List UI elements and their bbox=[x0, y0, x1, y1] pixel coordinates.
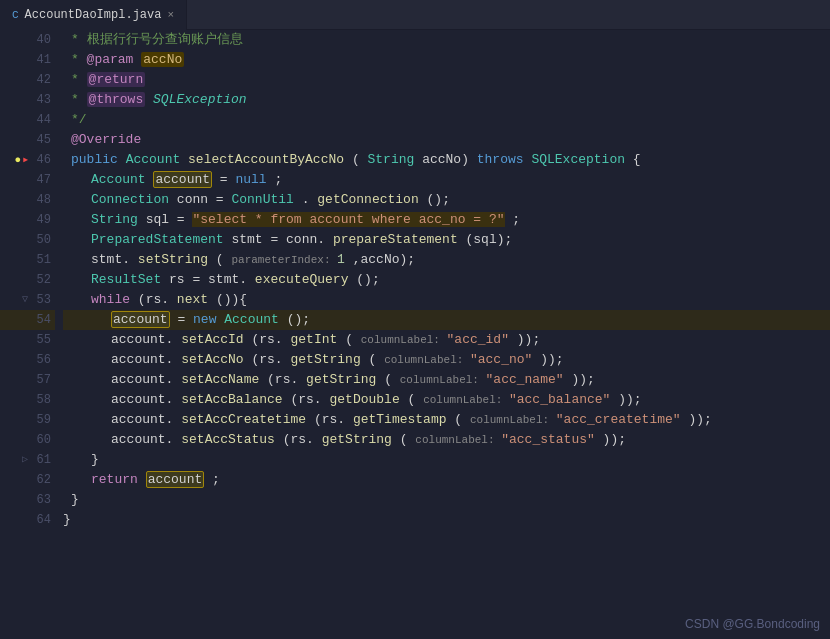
gutter-41: 41 bbox=[0, 50, 55, 70]
gutter-column: 40 41 42 43 44 45 ● ▶ 46 47 bbox=[0, 30, 55, 639]
gutter-45: 45 bbox=[0, 130, 55, 150]
code-line-58: account. setAccBalance (rs. getDouble ( … bbox=[63, 390, 830, 410]
gutter-57: 57 bbox=[0, 370, 55, 390]
gutter-61: ▷ 61 bbox=[0, 450, 55, 470]
code-line-55: account. setAccId (rs. getInt ( columnLa… bbox=[63, 330, 830, 350]
gutter-50: 50 bbox=[0, 230, 55, 250]
gutter-64: 64 bbox=[0, 510, 55, 530]
code-line-61: } bbox=[63, 450, 830, 470]
gutter-60: 60 bbox=[0, 430, 55, 450]
code-line-52: ResultSet rs = stmt. executeQuery (); bbox=[63, 270, 830, 290]
gutter-48: 48 bbox=[0, 190, 55, 210]
gutter-40: 40 bbox=[0, 30, 55, 50]
tab-bar: C AccountDaoImpl.java × bbox=[0, 0, 830, 30]
arrow-icon: ● bbox=[15, 150, 22, 170]
gutter-63: 63 bbox=[0, 490, 55, 510]
gutter-46: ● ▶ 46 bbox=[0, 150, 55, 170]
code-area: 40 41 42 43 44 45 ● ▶ 46 47 bbox=[0, 30, 830, 639]
code-line-46: public Account selectAccountByAccNo ( St… bbox=[63, 150, 830, 170]
code-line-48: Connection conn = ConnUtil . getConnecti… bbox=[63, 190, 830, 210]
breakpoint-icon: ▶ bbox=[23, 150, 28, 170]
code-line-41: * @param accNo bbox=[63, 50, 830, 70]
tab-label: AccountDaoImpl.java bbox=[25, 8, 162, 22]
code-lines: * 根据行行号分查询账户信息 * @param accNo * @return … bbox=[55, 30, 830, 639]
gutter-47: 47 bbox=[0, 170, 55, 190]
gutter-55: 55 bbox=[0, 330, 55, 350]
tab-file-icon: C bbox=[12, 9, 19, 21]
code-line-51: stmt. setString ( parameterIndex: 1 ,acc… bbox=[63, 250, 830, 270]
code-line-40: * 根据行行号分查询账户信息 bbox=[63, 30, 830, 50]
code-line-54: account = new Account (); bbox=[63, 310, 830, 330]
code-line-57: account. setAccName (rs. getString ( col… bbox=[63, 370, 830, 390]
code-line-53: while (rs. next ()){ bbox=[63, 290, 830, 310]
tab-accountdaoimpl[interactable]: C AccountDaoImpl.java × bbox=[0, 0, 187, 30]
code-line-43: * @throws SQLException bbox=[63, 90, 830, 110]
gutter-53: ▽ 53 bbox=[0, 290, 55, 310]
gutter-58: 58 bbox=[0, 390, 55, 410]
code-line-59: account. setAccCreatetime (rs. getTimest… bbox=[63, 410, 830, 430]
code-line-49: String sql = "select * from account wher… bbox=[63, 210, 830, 230]
gutter-42: 42 bbox=[0, 70, 55, 90]
code-line-47: Account account = null ; bbox=[63, 170, 830, 190]
code-line-62: return account ; bbox=[63, 470, 830, 490]
code-line-44: */ bbox=[63, 110, 830, 130]
gutter-51: 51 bbox=[0, 250, 55, 270]
fold-icon-53[interactable]: ▽ bbox=[22, 290, 28, 310]
close-tab-button[interactable]: × bbox=[167, 9, 174, 21]
gutter-54: 54 bbox=[0, 310, 55, 330]
code-line-60: account. setAccStatus (rs. getString ( c… bbox=[63, 430, 830, 450]
gutter-62: 62 bbox=[0, 470, 55, 490]
code-line-50: PreparedStatement stmt = conn. prepareSt… bbox=[63, 230, 830, 250]
gutter-43: 43 bbox=[0, 90, 55, 110]
code-line-42: * @return bbox=[63, 70, 830, 90]
gutter-56: 56 bbox=[0, 350, 55, 370]
watermark-text: CSDN @GG.Bondcoding bbox=[685, 617, 820, 631]
code-line-64: } bbox=[63, 510, 830, 530]
code-line-56: account. setAccNo (rs. getString ( colum… bbox=[63, 350, 830, 370]
fold-icon-61[interactable]: ▷ bbox=[22, 450, 28, 470]
code-line-45: @Override bbox=[63, 130, 830, 150]
gutter-52: 52 bbox=[0, 270, 55, 290]
gutter-49: 49 bbox=[0, 210, 55, 230]
gutter-44: 44 bbox=[0, 110, 55, 130]
code-line-63: } bbox=[63, 490, 830, 510]
gutter-59: 59 bbox=[0, 410, 55, 430]
